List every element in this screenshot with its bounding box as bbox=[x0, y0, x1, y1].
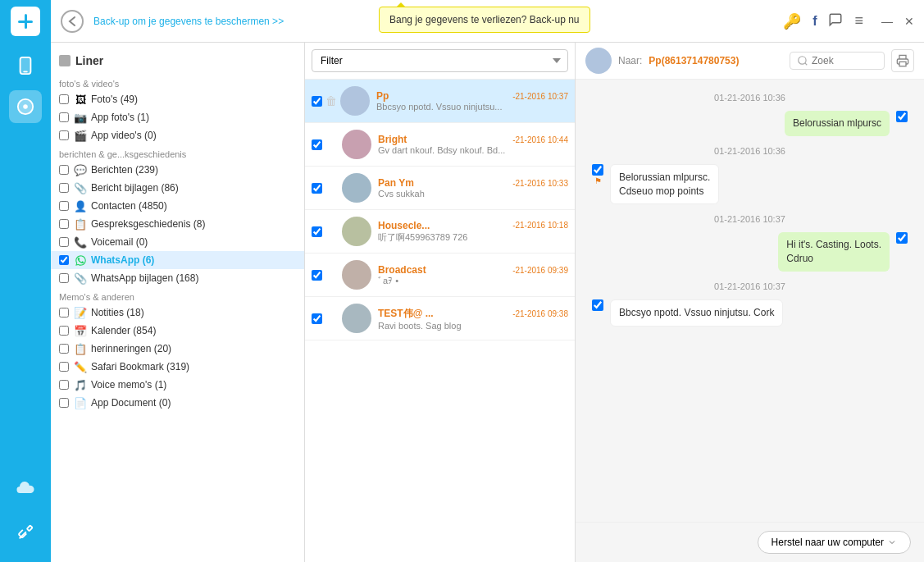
msg3-checkbox[interactable] bbox=[312, 183, 322, 194]
search-input[interactable] bbox=[812, 55, 877, 66]
chat-date-2: 01-21-2016 10:36 bbox=[592, 146, 908, 156]
bericht-bijlagen-label: Bericht bijlagen (86) bbox=[91, 182, 179, 194]
tree-item-voicemail[interactable]: 📞 Voicemail (0) bbox=[51, 233, 304, 251]
checkbox-bericht-bijlagen[interactable] bbox=[59, 183, 69, 193]
whatsapp-icon bbox=[74, 254, 87, 267]
msg6-checkbox[interactable] bbox=[312, 313, 322, 324]
menu-icon[interactable]: ≡ bbox=[854, 12, 863, 30]
tree-item-fotos[interactable]: 🖼 Foto's (49) bbox=[51, 90, 304, 108]
tree-item-bericht-bijlagen[interactable]: 📎 Bericht bijlagen (86) bbox=[51, 179, 304, 197]
message-item-6[interactable]: TEST伟@ ... -21-2016 09:38 Ravi boots. Sa… bbox=[305, 297, 575, 340]
back-button[interactable] bbox=[61, 10, 84, 33]
filter-select[interactable]: Filter All Sent Received bbox=[312, 49, 568, 72]
app-logo bbox=[11, 7, 40, 36]
chat-bubble-row-3: Hi it's. Casting. Loots.Cdruo bbox=[592, 232, 908, 272]
print-icon[interactable] bbox=[891, 49, 914, 72]
herinneringen-label: herinneringen (20) bbox=[91, 343, 171, 354]
msg4-content: Housecle... -21-2016 10:18 听了啊459963789 … bbox=[378, 220, 568, 244]
checkbox-whatsapp-bijlagen[interactable] bbox=[59, 273, 69, 283]
msg4-preview: 听了啊459963789 726 bbox=[378, 231, 568, 244]
msg5-time: -21-2016 09:39 bbox=[512, 266, 568, 275]
svg-rect-9 bbox=[899, 62, 906, 66]
restore-button[interactable]: Herstel naar uw computer bbox=[758, 531, 911, 554]
checkbox-gespreksgeschiedenis[interactable] bbox=[59, 219, 69, 229]
checkbox-safari[interactable] bbox=[59, 362, 69, 372]
checkbox-fotos[interactable] bbox=[59, 94, 69, 104]
msg3-avatar bbox=[342, 173, 371, 203]
msg2-content: Bright -21-2016 10:44 Gv dart nkouf. Bds… bbox=[378, 134, 568, 155]
message-item-2[interactable]: Bright -21-2016 10:44 Gv dart nkouf. Bds… bbox=[305, 123, 575, 167]
notities-icon: 📝 bbox=[74, 306, 87, 319]
tree-item-notities[interactable]: 📝 Notities (18) bbox=[51, 304, 304, 322]
bubble1-checkbox[interactable] bbox=[896, 111, 908, 122]
bubble4-checkbox[interactable] bbox=[592, 299, 603, 311]
checkbox-contacten[interactable] bbox=[59, 201, 69, 211]
message-list: 🗑 Pp -21-2016 10:37 Bbcsyo npotd. Vssuo … bbox=[305, 80, 575, 562]
bericht-bijlagen-icon: 📎 bbox=[74, 181, 87, 194]
key-icon[interactable]: 🔑 bbox=[783, 12, 801, 30]
msg1-avatar bbox=[340, 86, 370, 116]
minimize-button[interactable]: — bbox=[881, 15, 893, 28]
msg1-preview: Bbcsyo npotd. Vssuo ninjutsu... bbox=[376, 102, 568, 112]
message-item-5[interactable]: Broadcast -21-2016 09:39 ﾞaｦ • bbox=[305, 254, 575, 297]
tree-item-app-fotos[interactable]: 📷 App foto's (1) bbox=[51, 108, 304, 126]
msg3-name: Pan Ym bbox=[378, 177, 414, 189]
msg4-checkbox[interactable] bbox=[312, 226, 322, 237]
checkbox-berichten[interactable] bbox=[59, 165, 69, 175]
msg3-preview: Cvs sukkah bbox=[378, 189, 568, 199]
checkbox-app-fotos[interactable] bbox=[59, 112, 69, 122]
message-item-4[interactable]: Housecle... -21-2016 10:18 听了啊459963789 … bbox=[305, 210, 575, 254]
berichten-icon: 💬 bbox=[74, 163, 87, 176]
voice-memos-label: Voice memo's (1) bbox=[91, 379, 166, 391]
notities-label: Notities (18) bbox=[91, 307, 144, 318]
tree-item-kalender[interactable]: 📅 Kalender (854) bbox=[51, 322, 304, 340]
msg3-time: -21-2016 10:33 bbox=[512, 179, 568, 188]
whatsapp-bijlagen-icon: 📎 bbox=[74, 272, 87, 285]
msg6-name: TEST伟@ ... bbox=[378, 307, 434, 321]
msg2-checkbox[interactable] bbox=[312, 139, 322, 150]
checkbox-kalender[interactable] bbox=[59, 326, 69, 336]
checkbox-notities[interactable] bbox=[59, 308, 69, 318]
tree-item-contacten[interactable]: 👤 Contacten (4850) bbox=[51, 197, 304, 215]
close-button[interactable]: ✕ bbox=[904, 15, 914, 28]
tree-item-app-videos[interactable]: 🎬 App video's (0) bbox=[51, 126, 304, 144]
checkbox-herinneringen[interactable] bbox=[59, 344, 69, 354]
tree-item-safari[interactable]: ✏️ Safari Bookmark (319) bbox=[51, 358, 304, 376]
msg1-name: Pp bbox=[376, 90, 389, 102]
msg4-avatar bbox=[342, 217, 371, 246]
tree-item-whatsapp[interactable]: WhatsApp (6) bbox=[51, 251, 304, 269]
chat-bubble-icon[interactable] bbox=[828, 12, 843, 30]
voicemail-label: Voicemail (0) bbox=[91, 236, 148, 248]
tree-item-whatsapp-bijlagen[interactable]: 📎 WhatsApp bijlagen (168) bbox=[51, 269, 304, 287]
tree-item-app-document[interactable]: 📄 App Document (0) bbox=[51, 394, 304, 412]
checkbox-app-document[interactable] bbox=[59, 398, 69, 408]
restore-bar: Herstel naar uw computer bbox=[576, 522, 924, 562]
msg5-content: Broadcast -21-2016 09:39 ﾞaｦ • bbox=[378, 264, 568, 286]
tree-item-gespreksgeschiedenis[interactable]: 📋 Gespreksgeschiedenis (8) bbox=[51, 215, 304, 233]
phone-icon[interactable] bbox=[9, 49, 42, 82]
msg1-delete-icon[interactable]: 🗑 bbox=[325, 94, 337, 107]
msg6-avatar bbox=[342, 304, 371, 333]
checkbox-whatsapp[interactable] bbox=[59, 255, 69, 265]
svg-rect-1 bbox=[25, 14, 27, 29]
bubble2-checkbox[interactable] bbox=[592, 164, 603, 176]
message-item-1[interactable]: 🗑 Pp -21-2016 10:37 Bbcsyo npotd. Vssuo … bbox=[305, 80, 575, 123]
facebook-icon[interactable]: f bbox=[812, 14, 817, 29]
right-top-bar: Naar: Pp(8613714780753) bbox=[576, 43, 924, 80]
message-item-3[interactable]: Pan Ym -21-2016 10:33 Cvs sukkah bbox=[305, 167, 575, 210]
checkbox-voicemail[interactable] bbox=[59, 237, 69, 247]
msg1-checkbox[interactable] bbox=[312, 96, 322, 107]
tools-icon[interactable] bbox=[9, 516, 42, 549]
cloud-icon[interactable] bbox=[9, 472, 42, 505]
backup-link[interactable]: Back-up om je gegevens te beschermen >> bbox=[93, 16, 284, 27]
svg-rect-4 bbox=[23, 71, 28, 72]
music-icon[interactable] bbox=[9, 90, 42, 123]
bubble3-checkbox[interactable] bbox=[896, 232, 908, 244]
checkbox-app-videos[interactable] bbox=[59, 130, 69, 140]
msg5-checkbox[interactable] bbox=[312, 270, 322, 281]
checkbox-voice-memos[interactable] bbox=[59, 380, 69, 390]
tree-item-voice-memos[interactable]: 🎵 Voice memo's (1) bbox=[51, 376, 304, 394]
whatsapp-bijlagen-label: WhatsApp bijlagen (168) bbox=[91, 272, 198, 284]
tree-item-berichten[interactable]: 💬 Berichten (239) bbox=[51, 161, 304, 179]
tree-item-herinneringen[interactable]: 📋 herinneringen (20) bbox=[51, 340, 304, 358]
